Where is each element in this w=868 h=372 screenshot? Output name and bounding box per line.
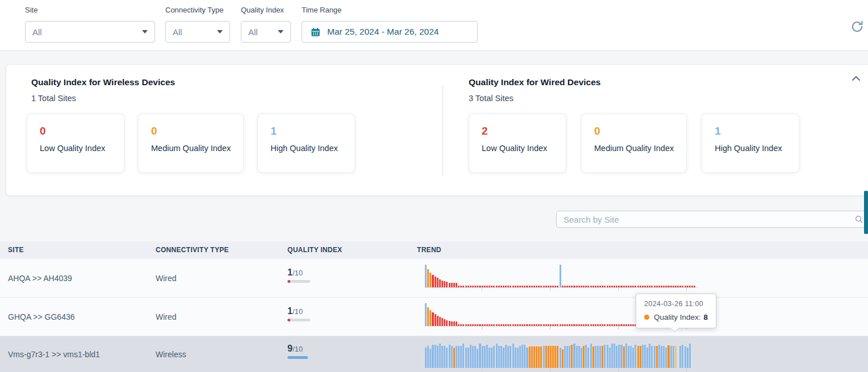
wireless-low-value: 0 — [40, 126, 111, 136]
quality-max: /10 — [293, 307, 303, 316]
wireless-high-label: High Quality Index — [270, 144, 342, 153]
quality-progress-fill — [287, 356, 308, 359]
search-icon[interactable] — [854, 215, 863, 224]
wireless-low-label: Low Quality Index — [40, 144, 111, 153]
wireless-high-value: 1 — [270, 126, 342, 136]
dropdown-caret-icon — [278, 30, 283, 34]
connectivity-cell: Wired — [156, 259, 177, 297]
wired-cards: 2 Low Quality Index 0 Medium Quality Ind… — [469, 114, 799, 173]
wired-medium-card[interactable]: 0 Medium Quality Index — [581, 114, 687, 173]
refresh-icon[interactable] — [850, 19, 865, 34]
chevron-up-icon[interactable] — [849, 72, 863, 85]
quality-summary-panel: Quality Index for Wireless Devices 1 Tot… — [6, 64, 868, 196]
connectivity-filter-value: All — [173, 27, 182, 37]
time-range-picker[interactable]: Mar 25, 2024 - Mar 26, 2024 — [302, 21, 478, 43]
wireless-cards: 0 Low Quality Index 0 Medium Quality Ind… — [27, 114, 355, 173]
site-filter-label: Site — [25, 6, 37, 14]
wired-high-card[interactable]: 1 High Quality Index — [702, 114, 799, 173]
site-filter-select[interactable]: All — [25, 21, 155, 43]
site-cell: AHQA >> AH4039 — [8, 259, 72, 297]
quality-progress-track — [287, 356, 310, 359]
quality-value: 9 — [287, 344, 293, 353]
table-toolbar — [0, 196, 868, 241]
wireless-medium-value: 0 — [151, 126, 231, 136]
tooltip-value-line: Quality Index: 8 — [644, 313, 708, 321]
quality-value: 1 — [287, 267, 293, 277]
wireless-low-card[interactable]: 0 Low Quality Index — [27, 114, 124, 173]
column-header-connectivity[interactable]: CONNECTIVITY TYPE — [156, 241, 229, 259]
wireless-high-card[interactable]: 1 High Quality Index — [257, 114, 355, 173]
wireless-section-title: Quality Index for Wireless Devices — [31, 77, 175, 87]
chart-tooltip: 2024-03-26 11:00 Quality Index: 8 — [636, 294, 716, 328]
quality-cell: 9/10 — [287, 344, 310, 359]
quality-progress-fill — [287, 319, 290, 321]
tooltip-label: Quality Index: — [654, 313, 701, 321]
site-cell: Vms-g7r3-1 >> vms1-bld1 — [8, 336, 100, 372]
wireless-medium-card[interactable]: 0 Medium Quality Index — [138, 114, 244, 173]
site-filter-value: All — [32, 27, 42, 37]
wired-low-card[interactable]: 2 Low Quality Index — [469, 114, 566, 173]
time-range-label: Time Range — [302, 6, 341, 14]
wired-high-value: 1 — [715, 126, 786, 136]
quality-progress-track — [287, 280, 310, 283]
quality-max: /10 — [293, 269, 303, 277]
connectivity-filter-select[interactable]: All — [165, 21, 230, 43]
quality-filter-value: All — [248, 27, 258, 37]
wired-medium-value: 0 — [594, 126, 674, 136]
search-wrap — [556, 211, 868, 228]
quality-index-dashboard: Site All Connectivity Type All Quality I… — [0, 0, 868, 372]
quality-filter-select[interactable]: All — [241, 21, 291, 43]
site-cell: GHQA >> GG6436 — [8, 298, 75, 336]
section-divider — [443, 85, 443, 176]
connectivity-cell: Wireless — [156, 336, 186, 372]
wireless-medium-label: Medium Quality Index — [151, 144, 231, 153]
trend-sparkline[interactable] — [425, 265, 699, 288]
quality-max: /10 — [293, 345, 303, 353]
connectivity-filter-label: Connectivity Type — [165, 6, 223, 14]
quality-value: 1 — [287, 306, 293, 316]
wired-medium-label: Medium Quality Index — [594, 144, 674, 153]
table-row[interactable]: AHQA >> AH4039 Wired 1/10 — [0, 259, 868, 298]
calendar-icon — [310, 27, 321, 37]
vertical-scrollbar[interactable] — [864, 191, 868, 234]
trend-sparkline[interactable] — [425, 344, 699, 369]
quality-filter-label: Quality Index — [241, 6, 284, 14]
quality-progress-track — [287, 319, 310, 321]
table-header: SITE CONNECTIVITY TYPE QUALITY INDEX TRE… — [0, 241, 868, 259]
quality-cell: 1/10 — [287, 306, 310, 321]
quality-progress-fill — [287, 280, 290, 283]
connectivity-cell: Wired — [156, 298, 177, 336]
quality-cell: 1/10 — [287, 267, 310, 283]
wired-high-label: High Quality Index — [715, 144, 786, 153]
dropdown-caret-icon — [217, 30, 223, 34]
search-input[interactable] — [556, 211, 868, 228]
series-dot-icon — [644, 315, 649, 320]
wireless-total-sites: 1 Total Sites — [31, 94, 76, 103]
filter-bar: Site All Connectivity Type All Quality I… — [0, 0, 868, 51]
tooltip-value: 8 — [704, 313, 708, 321]
table-row[interactable]: Vms-g7r3-1 >> vms1-bld1 Wireless 9/10 — [0, 336, 868, 372]
column-header-site[interactable]: SITE — [8, 241, 24, 259]
time-range-value: Mar 25, 2024 - Mar 26, 2024 — [327, 27, 439, 37]
wired-total-sites: 3 Total Sites — [469, 94, 514, 103]
wired-low-value: 2 — [482, 126, 553, 136]
wired-low-label: Low Quality Index — [482, 144, 553, 153]
wired-section-title: Quality Index for Wired Devices — [469, 77, 600, 87]
dropdown-caret-icon — [142, 30, 148, 34]
column-header-quality[interactable]: QUALITY INDEX — [287, 241, 342, 259]
column-header-trend[interactable]: TREND — [417, 241, 441, 259]
tooltip-timestamp: 2024-03-26 11:00 — [644, 300, 708, 308]
table-row[interactable]: GHQA >> GG6436 Wired 1/10 — [0, 298, 868, 336]
